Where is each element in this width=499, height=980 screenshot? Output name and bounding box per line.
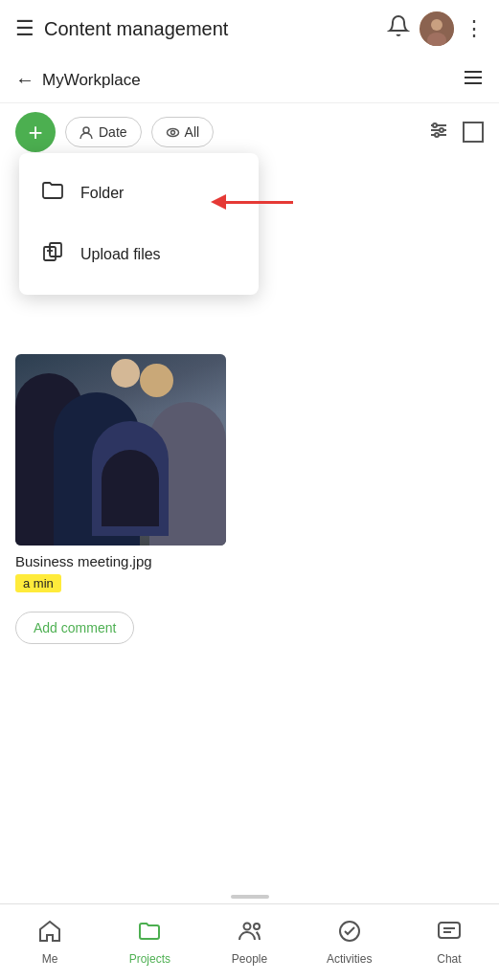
file-timestamp: a min	[15, 574, 61, 592]
date-filter-label: Date	[99, 124, 127, 140]
svg-point-6	[83, 127, 89, 133]
folder-icon	[40, 178, 65, 209]
dropdown-menu: Folder Upload files	[19, 153, 259, 295]
arrow-line	[226, 201, 293, 204]
svg-point-12	[433, 123, 437, 127]
eye-filter-icon	[166, 125, 180, 140]
activities-icon	[337, 919, 362, 949]
date-filter-button[interactable]: Date	[65, 117, 142, 147]
toolbar: + Date All	[0, 103, 499, 161]
svg-point-13	[440, 128, 443, 132]
projects-folder-icon	[137, 919, 162, 949]
header: ☰ Content management ⋮	[0, 0, 499, 57]
folder-menu-item[interactable]: Folder	[19, 163, 259, 224]
scroll-indicator	[231, 895, 269, 899]
notification-bell-icon[interactable]	[387, 14, 410, 43]
upload-files-menu-item[interactable]: Upload files	[19, 224, 259, 285]
arrow-head	[211, 194, 226, 210]
all-filter-label: All	[185, 124, 200, 140]
nav-item-activities[interactable]: Activities	[300, 904, 399, 980]
avatar[interactable]	[420, 11, 454, 46]
sub-header-menu-icon[interactable]	[463, 67, 484, 93]
nav-item-projects[interactable]: Projects	[100, 904, 199, 980]
nav-label-people: People	[232, 952, 267, 966]
add-button[interactable]: +	[15, 112, 56, 152]
svg-point-20	[254, 924, 260, 929]
grid-view-icon[interactable]	[463, 122, 484, 143]
more-options-icon[interactable]: ⋮	[464, 16, 484, 41]
nav-label-me: Me	[42, 952, 58, 966]
nav-label-projects: Projects	[129, 952, 170, 966]
back-button[interactable]: ←	[15, 69, 34, 91]
nav-item-people[interactable]: People	[199, 904, 299, 980]
all-filter-button[interactable]: All	[151, 117, 215, 147]
file-name: Business meeting.jpg	[15, 553, 226, 569]
svg-rect-22	[439, 923, 460, 938]
file-card: Business meeting.jpg a min Add comment	[15, 354, 226, 644]
file-thumbnail[interactable]	[15, 354, 226, 546]
upload-files-menu-label: Upload files	[80, 246, 161, 263]
nav-label-activities: Activities	[327, 952, 372, 966]
add-comment-button[interactable]: Add comment	[15, 612, 134, 644]
svg-point-8	[170, 130, 174, 134]
hamburger-menu-icon[interactable]: ☰	[15, 16, 34, 41]
nav-item-chat[interactable]: Chat	[399, 904, 499, 980]
svg-point-1	[431, 19, 442, 31]
folder-menu-label: Folder	[80, 185, 124, 202]
home-icon	[37, 919, 62, 949]
filter-sliders-icon[interactable]	[428, 120, 449, 145]
upload-icon	[40, 239, 65, 270]
person-filter-icon	[79, 125, 94, 140]
meeting-image	[15, 354, 226, 546]
svg-point-19	[243, 924, 250, 930]
folder-arrow-indicator	[211, 194, 293, 210]
svg-point-14	[435, 133, 439, 137]
people-icon	[238, 919, 262, 949]
sub-header: ← MyWorkplace	[0, 57, 499, 103]
sub-header-title: MyWorkplace	[42, 71, 463, 90]
svg-point-7	[167, 128, 178, 136]
header-title: Content management	[44, 18, 387, 40]
toolbar-right	[428, 120, 484, 145]
chat-icon	[437, 919, 462, 949]
header-actions: ⋮	[387, 11, 484, 46]
bottom-navigation: Me Projects People Activities	[0, 903, 499, 980]
nav-item-me[interactable]: Me	[0, 904, 100, 980]
nav-label-chat: Chat	[437, 952, 461, 966]
